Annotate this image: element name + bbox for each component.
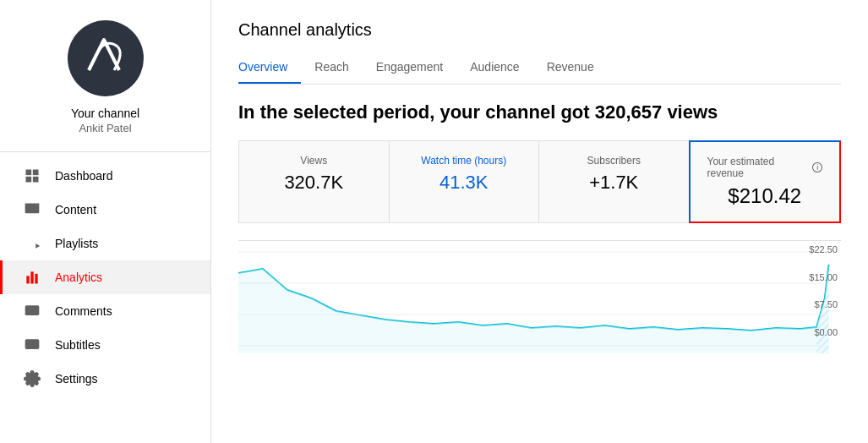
views-headline: In the selected period, your channel got… [238, 101, 841, 123]
chart-svg [238, 248, 841, 358]
svg-rect-2 [26, 177, 32, 183]
content-icon [23, 201, 41, 218]
sidebar-nav: Dashboard Content Playlists Analytics [0, 159, 210, 396]
sidebar-item-playlists[interactable]: Playlists [0, 227, 210, 260]
y-label-2: $15.00 [809, 272, 838, 282]
stat-value-watchtime: 41.3K [439, 172, 489, 194]
dashboard-icon [23, 167, 41, 184]
sidebar-item-analytics[interactable]: Analytics [0, 260, 210, 294]
page-title: Channel analytics [238, 20, 841, 40]
sidebar: Your channel Ankit Patel Dashboard Conte… [0, 0, 211, 443]
tab-overview[interactable]: Overview [238, 53, 301, 84]
info-icon[interactable]: i [812, 162, 822, 172]
subtitles-icon [23, 336, 41, 353]
analytics-icon [23, 269, 41, 286]
avatar [68, 20, 144, 96]
channel-handle: Ankit Patel [79, 122, 131, 134]
y-label-4: $0.00 [809, 327, 838, 337]
sidebar-item-subtitles[interactable]: Subtitles [0, 328, 210, 362]
svg-rect-3 [33, 177, 39, 183]
stat-value-revenue: $210.42 [728, 184, 801, 208]
sidebar-divider [0, 151, 210, 152]
tab-audience[interactable]: Audience [470, 53, 532, 84]
channel-name: Your channel [71, 107, 139, 120]
stat-value-views: 320.7K [284, 172, 343, 194]
stat-label-subscribers: Subscribers [587, 155, 641, 167]
avatar-letter [80, 30, 131, 88]
sidebar-label-settings: Settings [55, 372, 98, 386]
tabs-bar: Overview Reach Engagement Audience Reven… [238, 53, 841, 85]
sidebar-label-content: Content [55, 203, 96, 216]
sidebar-label-dashboard: Dashboard [55, 169, 113, 183]
sidebar-label-playlists: Playlists [55, 237, 98, 250]
stats-row: Views 320.7K Watch time (hours) 41.3K Su… [238, 140, 841, 223]
svg-rect-12 [35, 274, 37, 284]
svg-rect-0 [26, 170, 32, 176]
y-label-3: $7.50 [809, 299, 838, 309]
playlists-icon [23, 235, 41, 252]
chart-area: $22.50 $15.00 $7.50 $0.00 [238, 240, 841, 443]
sidebar-label-analytics: Analytics [55, 271, 102, 284]
svg-rect-10 [26, 276, 29, 283]
stat-label-views: Views [300, 155, 327, 167]
svg-rect-1 [33, 170, 39, 176]
svg-rect-13 [25, 305, 40, 315]
sidebar-item-content[interactable]: Content [0, 193, 210, 227]
sidebar-label-comments: Comments [55, 304, 112, 318]
main-content: Channel analytics Overview Reach Engagem… [211, 0, 868, 443]
sidebar-label-subtitles: Subtitles [55, 338, 101, 352]
sidebar-item-dashboard[interactable]: Dashboard [0, 159, 210, 193]
stat-card-views: Views 320.7K [238, 140, 389, 223]
stat-value-subscribers: +1.7K [589, 172, 638, 194]
tab-engagement[interactable]: Engagement [376, 53, 456, 84]
chart-y-labels: $22.50 $15.00 $7.50 $0.00 [809, 244, 838, 337]
svg-marker-9 [35, 243, 40, 249]
svg-rect-11 [30, 271, 33, 283]
stat-label-watchtime: Watch time (hours) [421, 155, 506, 167]
comments-icon [23, 303, 41, 320]
sidebar-item-comments[interactable]: Comments [0, 294, 210, 328]
stat-card-watchtime: Watch time (hours) 41.3K [389, 140, 539, 223]
stat-label-revenue: Your estimated revenue i [707, 156, 823, 179]
tab-revenue[interactable]: Revenue [547, 53, 608, 84]
sidebar-item-settings[interactable]: Settings [0, 362, 210, 396]
tab-reach[interactable]: Reach [314, 53, 362, 84]
stat-card-revenue: Your estimated revenue i $210.42 [689, 140, 842, 223]
y-label-1: $22.50 [809, 244, 838, 254]
svg-rect-16 [25, 339, 40, 349]
settings-icon [23, 370, 41, 387]
stat-card-subscribers: Subscribers +1.7K [538, 140, 689, 223]
